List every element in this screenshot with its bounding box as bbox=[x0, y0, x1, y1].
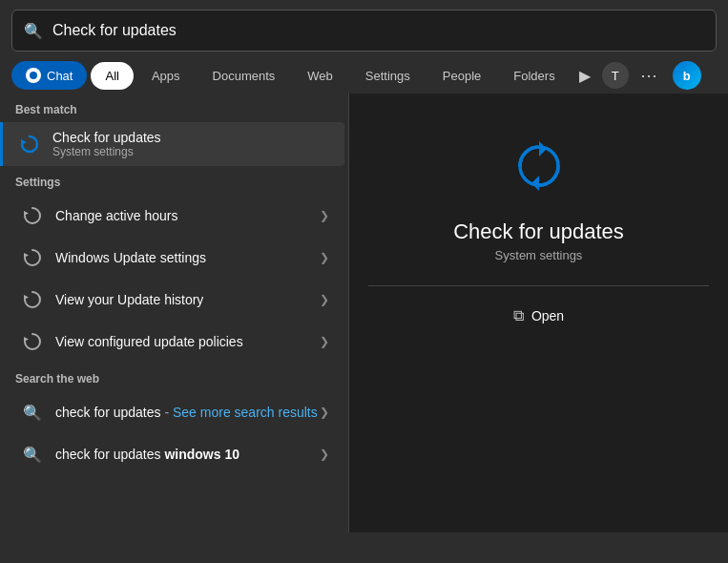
settings-item-title-2: Windows Update settings bbox=[55, 250, 320, 265]
best-match-text: Check for updates System settings bbox=[52, 130, 329, 158]
settings-item-title-4: View configured update policies bbox=[55, 334, 320, 349]
open-button[interactable]: ⧉ Open bbox=[502, 302, 575, 330]
search-web-plain-text: check for updates bbox=[55, 405, 161, 420]
right-panel-icon bbox=[505, 132, 573, 204]
chevron-icon-5: ❯ bbox=[320, 406, 329, 419]
settings-item-icon-2 bbox=[19, 244, 46, 271]
settings-item-text-3: View your Update history bbox=[55, 292, 320, 307]
search-icon: 🔍 bbox=[24, 22, 43, 40]
open-icon: ⧉ bbox=[513, 307, 524, 324]
scroll-right-icon[interactable]: ▶ bbox=[573, 63, 596, 89]
right-panel: Check for updates System settings ⧉ Open bbox=[348, 94, 728, 532]
chevron-icon-3: ❯ bbox=[320, 293, 329, 306]
divider bbox=[368, 285, 709, 286]
tab-bar: Chat All Apps Documents Web Settings Peo… bbox=[0, 61, 728, 90]
list-item[interactable]: View your Update history ❯ bbox=[4, 279, 344, 321]
best-match-subtitle: System settings bbox=[52, 145, 329, 158]
best-match-item[interactable]: Check for updates System settings bbox=[0, 122, 344, 166]
settings-item-text-4: View configured update policies bbox=[55, 334, 320, 349]
search-web-bold-text: windows 10 bbox=[164, 447, 239, 462]
user-avatar[interactable]: T bbox=[602, 62, 629, 89]
tab-people[interactable]: People bbox=[428, 62, 495, 90]
tab-folders[interactable]: Folders bbox=[499, 62, 569, 90]
list-item[interactable]: Windows Update settings ❯ bbox=[4, 237, 344, 279]
search-bar: 🔍 bbox=[11, 10, 717, 52]
right-panel-subtitle: System settings bbox=[495, 248, 583, 262]
tab-web-label: Web bbox=[307, 69, 333, 83]
svg-marker-3 bbox=[24, 253, 29, 258]
svg-marker-7 bbox=[531, 176, 539, 191]
tab-people-label: People bbox=[443, 69, 481, 83]
best-match-title: Check for updates bbox=[52, 130, 329, 145]
settings-item-title-1: Change active hours bbox=[55, 208, 320, 223]
tab-documents-label: Documents bbox=[213, 69, 276, 83]
tab-chat-label: Chat bbox=[47, 69, 73, 83]
search-web-plain-text-2: check for updates bbox=[55, 447, 164, 462]
chevron-icon-1: ❯ bbox=[320, 209, 329, 222]
chevron-icon-2: ❯ bbox=[320, 251, 329, 264]
tab-web[interactable]: Web bbox=[293, 62, 347, 90]
right-panel-title: Check for updates bbox=[453, 219, 624, 244]
tab-folders-label: Folders bbox=[513, 69, 554, 83]
chevron-icon-6: ❯ bbox=[320, 448, 329, 461]
chevron-icon-4: ❯ bbox=[320, 335, 329, 348]
web-search-icon-1: 🔍 bbox=[19, 399, 46, 426]
chat-icon bbox=[26, 68, 41, 83]
tab-documents[interactable]: Documents bbox=[198, 62, 290, 90]
search-web-item-text-1: check for updates - See more search resu… bbox=[55, 405, 320, 420]
svg-marker-1 bbox=[21, 139, 27, 145]
settings-item-title-3: View your Update history bbox=[55, 292, 320, 307]
list-item[interactable]: 🔍 check for updates - See more search re… bbox=[4, 391, 344, 433]
svg-marker-4 bbox=[24, 295, 29, 300]
settings-item-icon-4 bbox=[19, 328, 46, 355]
search-input[interactable] bbox=[52, 22, 704, 39]
tab-all-label: All bbox=[105, 69, 118, 83]
tab-apps-label: Apps bbox=[152, 69, 180, 83]
main-content: Best match Check for updates System sett… bbox=[0, 94, 728, 532]
tab-apps[interactable]: Apps bbox=[137, 62, 195, 90]
search-web-item-title-2: check for updates windows 10 bbox=[55, 447, 320, 462]
search-web-label: Search the web bbox=[0, 363, 348, 391]
more-options-icon[interactable]: ⋯ bbox=[633, 61, 665, 90]
search-web-dash: - bbox=[161, 405, 173, 420]
svg-point-0 bbox=[30, 72, 37, 79]
open-label: Open bbox=[531, 308, 564, 323]
settings-item-icon-1 bbox=[19, 202, 46, 229]
search-web-item-title-1: check for updates - See more search resu… bbox=[55, 405, 320, 420]
list-item[interactable]: Change active hours ❯ bbox=[4, 195, 344, 237]
settings-item-text-2: Windows Update settings bbox=[55, 250, 320, 265]
web-search-icon-2: 🔍 bbox=[19, 441, 46, 468]
settings-item-icon-3 bbox=[19, 286, 46, 313]
list-item[interactable]: 🔍 check for updates windows 10 ❯ bbox=[4, 433, 344, 475]
bing-button[interactable]: b bbox=[673, 61, 701, 90]
tab-chat[interactable]: Chat bbox=[11, 61, 87, 90]
search-web-link-text[interactable]: See more search results bbox=[173, 405, 318, 420]
svg-marker-5 bbox=[24, 337, 29, 342]
tab-settings[interactable]: Settings bbox=[351, 62, 425, 90]
settings-item-text-1: Change active hours bbox=[55, 208, 320, 223]
list-item[interactable]: View configured update policies ❯ bbox=[4, 321, 344, 363]
best-match-label: Best match bbox=[0, 94, 348, 122]
left-panel: Best match Check for updates System sett… bbox=[0, 94, 348, 532]
tab-all[interactable]: All bbox=[91, 62, 133, 90]
search-web-item-text-2: check for updates windows 10 bbox=[55, 447, 320, 462]
tab-settings-label: Settings bbox=[365, 69, 410, 83]
update-icon bbox=[16, 131, 43, 157]
svg-marker-2 bbox=[24, 211, 29, 216]
settings-label: Settings bbox=[0, 166, 348, 195]
